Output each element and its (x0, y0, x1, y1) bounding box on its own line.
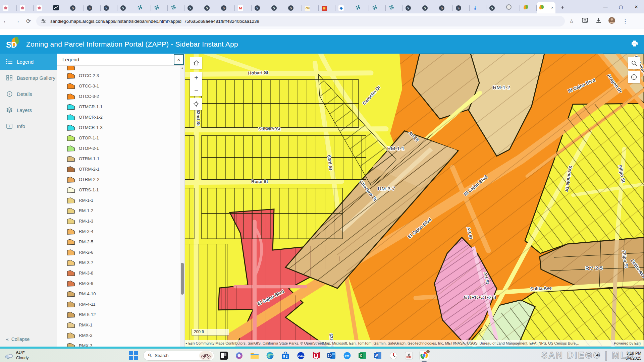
browser-tab[interactable]: S (117, 2, 134, 13)
browser-tab[interactable]: S (436, 2, 453, 13)
bookmark-star-icon[interactable]: ☆ (565, 18, 578, 24)
browser-tab[interactable] (352, 2, 369, 13)
browser-tab[interactable] (503, 2, 520, 13)
legend-item[interactable]: RM-4-10 (57, 289, 180, 299)
legend-item[interactable]: OTMCR-1-3 (57, 122, 180, 133)
attribution-expand-icon[interactable]: ▴ (185, 342, 187, 345)
browser-tab[interactable]: S (201, 2, 218, 13)
start-button[interactable] (129, 351, 138, 360)
zoning-map[interactable]: Hobart StStewart StRose St62nd St63rd St… (185, 54, 644, 347)
legend-item[interactable]: RMX-1 (57, 320, 180, 330)
legend-scrollbar[interactable]: ▲ (180, 66, 184, 347)
browser-tab[interactable]: S (218, 2, 235, 13)
sidebar-item-info[interactable]: iInfo (0, 118, 57, 134)
browser-tab[interactable] (50, 2, 67, 13)
taskbar-app-copilot[interactable] (234, 351, 244, 360)
site-controls-icon[interactable] (41, 18, 46, 24)
address-bar[interactable]: sandiego.maps.arcgis.com/apps/instant/si… (36, 16, 565, 26)
taskbar-app-edge[interactable] (265, 351, 274, 360)
browser-tab[interactable] (386, 2, 402, 13)
browser-tab[interactable]: S (486, 2, 503, 13)
legend-item[interactable]: OTRM-1-1 (57, 154, 180, 164)
legend-item[interactable]: RM-1-1 (57, 195, 180, 205)
legend-item[interactable]: RM-3-8 (57, 268, 180, 278)
browser-tab[interactable] (134, 2, 151, 13)
legend-item[interactable]: OTCC-3-2 (57, 91, 180, 102)
taskbar-app-zoom[interactable]: zm (342, 351, 352, 360)
browser-tab[interactable]: S (84, 2, 101, 13)
browser-tab[interactable]: S (285, 2, 302, 13)
legend-item[interactable]: RM-3-7 (57, 257, 180, 268)
maximize-button[interactable]: ▢ (613, 4, 629, 9)
browser-tab[interactable] (0, 2, 17, 13)
back-icon[interactable]: ← (0, 18, 11, 24)
legend-item[interactable]: OTRM-2-2 (57, 174, 180, 185)
taskbar-app-photos-dark[interactable] (219, 351, 228, 360)
legend-item[interactable]: RM-3-9 (57, 278, 180, 289)
sidebar-item-layers[interactable]: Layers (0, 102, 57, 118)
map-info-button[interactable]: i (628, 71, 640, 83)
scrollbar-thumb[interactable] (181, 263, 184, 295)
browser-tab[interactable]: ◈ (335, 2, 352, 13)
search-tabs-icon[interactable] (578, 18, 592, 24)
map-search-button[interactable] (628, 57, 640, 69)
browser-tab[interactable]: S (184, 2, 201, 13)
new-tab-button[interactable]: + (558, 3, 567, 12)
legend-item[interactable]: RM-5-12 (57, 309, 180, 320)
legend-item[interactable]: RM-2-6 (57, 247, 180, 257)
legend-item[interactable]: RM-1-2 (57, 205, 180, 216)
browser-tab[interactable] (34, 2, 50, 13)
browser-tab[interactable]: S (402, 2, 419, 13)
minimize-button[interactable]: — (598, 4, 613, 9)
browser-tab[interactable]: M (235, 2, 252, 13)
legend-item[interactable]: OTCC-3-1 (57, 81, 180, 91)
legend-item[interactable]: OTRS-1-1 (57, 185, 180, 195)
legend-item[interactable] (57, 66, 180, 70)
browser-tab[interactable]: S (101, 2, 117, 13)
print-icon[interactable] (631, 41, 638, 48)
legend-item[interactable]: RM-2-4 (57, 226, 180, 237)
taskbar-app-word[interactable]: W (373, 351, 382, 360)
active-tab[interactable]: × (537, 2, 555, 13)
taskbar-app-ms-store[interactable] (281, 351, 290, 360)
browser-tab[interactable]: S (67, 2, 84, 13)
zoom-out-button[interactable]: − (190, 84, 202, 96)
browser-tab[interactable] (168, 2, 184, 13)
close-button[interactable]: ✕ (629, 4, 644, 9)
menu-kebab-icon[interactable]: ⋮ (619, 18, 632, 24)
legend-item[interactable]: RM-1-3 (57, 216, 180, 226)
browser-tab[interactable]: S (252, 2, 268, 13)
taskbar-app-dell[interactable]: DELL (296, 351, 305, 360)
map-view[interactable]: Hobart StStewart StRose St62nd St63rd St… (185, 54, 644, 347)
scroll-up-icon[interactable]: ▲ (181, 66, 184, 70)
browser-tab[interactable]: S (268, 2, 285, 13)
browser-tab[interactable]: S (453, 2, 470, 13)
legend-item[interactable]: RMX-3 (57, 341, 180, 347)
taskbar-app-outlook[interactable] (327, 351, 336, 360)
url-text[interactable]: sandiego.maps.arcgis.com/apps/instant/si… (50, 19, 259, 24)
taskbar-search[interactable]: 🔍︎ Search (143, 351, 214, 361)
forward-icon[interactable]: → (11, 18, 23, 24)
browser-tab[interactable]: CDI (302, 2, 319, 13)
sidebar-item-legend[interactable]: Legend (0, 54, 57, 70)
browser-tab[interactable]: ⭳ (470, 2, 486, 13)
legend-item[interactable]: RM-2-5 (57, 237, 180, 247)
legend-item[interactable]: OTOP-1-1 (57, 133, 180, 143)
taskbar-app-snip[interactable] (404, 351, 413, 360)
browser-tab[interactable] (520, 2, 537, 13)
browser-tab[interactable]: ▦ (319, 2, 335, 13)
zoom-in-button[interactable]: + (190, 72, 202, 84)
legend-item[interactable]: OTRM-2-1 (57, 164, 180, 174)
legend-item[interactable]: RM-4-11 (57, 299, 180, 309)
taskbar-app-file-explorer[interactable] (250, 351, 259, 360)
download-icon[interactable] (592, 18, 605, 25)
legend-item[interactable]: OTMCR-1-2 (57, 112, 180, 122)
browser-tab[interactable]: S (419, 2, 436, 13)
tab-close-icon[interactable]: × (551, 6, 553, 10)
browser-tab[interactable] (151, 2, 168, 13)
taskbar-app-mcafee[interactable] (312, 351, 321, 360)
collapse-button[interactable]: « Collapse (6, 337, 30, 342)
sidebar-item-basemap-gallery[interactable]: Basemap Gallery (0, 70, 57, 86)
locate-button[interactable] (190, 98, 202, 110)
legend-item[interactable]: OTOP-2-1 (57, 143, 180, 154)
